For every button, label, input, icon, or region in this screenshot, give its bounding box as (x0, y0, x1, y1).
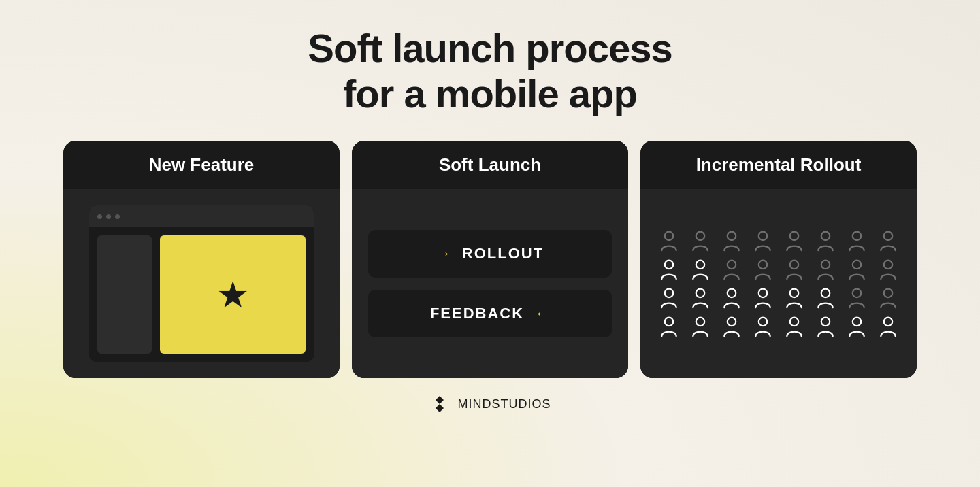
person-icon (751, 316, 775, 337)
feedback-button: FEEDBACK ← (368, 290, 612, 337)
star-icon: ★ (216, 276, 249, 313)
svg-point-4 (790, 232, 798, 240)
svg-point-29 (821, 318, 830, 326)
arrow-right-icon: → (436, 245, 451, 263)
svg-point-2 (728, 232, 736, 240)
person-icon (782, 316, 806, 337)
browser-dot-1 (97, 214, 102, 219)
person-icon (719, 287, 744, 309)
arrow-left-icon: ← (535, 305, 550, 322)
person-icon (657, 230, 681, 252)
rollout-label: ROLLOUT (462, 245, 544, 263)
svg-point-13 (821, 261, 830, 269)
svg-point-6 (853, 232, 861, 240)
person-icon (876, 230, 900, 252)
person-icon (782, 230, 806, 252)
svg-point-9 (696, 261, 704, 269)
person-icon (719, 230, 744, 252)
svg-point-3 (759, 232, 767, 240)
person-icon (813, 316, 838, 337)
person-icon (657, 287, 681, 309)
svg-point-0 (665, 232, 673, 240)
browser-content: ★ (89, 227, 314, 362)
person-icon (751, 287, 775, 309)
brand-name: MINDSTUDIOS (457, 397, 551, 412)
svg-point-31 (884, 318, 892, 326)
person-icon (688, 287, 713, 309)
person-icon (751, 230, 775, 252)
svg-point-11 (759, 261, 767, 269)
svg-point-18 (728, 289, 736, 297)
person-icon (688, 316, 713, 337)
page-title: Soft launch process for a mobile app (308, 26, 672, 116)
card-header-incremental-rollout: Incremental Rollout (640, 141, 917, 189)
svg-point-15 (884, 261, 892, 269)
svg-point-16 (665, 289, 673, 297)
brand-logo-icon (429, 393, 451, 415)
person-icon (813, 287, 838, 309)
card-header-label-soft-launch: Soft Launch (439, 154, 541, 175)
card-header-soft-launch: Soft Launch (352, 141, 628, 189)
person-icon (688, 230, 713, 252)
person-icon (719, 316, 744, 337)
svg-point-28 (790, 318, 798, 326)
svg-point-25 (696, 318, 704, 326)
brand-footer: MINDSTUDIOS (429, 393, 551, 415)
card-new-feature: New Feature ★ (63, 141, 340, 378)
svg-point-12 (790, 261, 798, 269)
svg-point-7 (884, 232, 892, 240)
svg-point-22 (853, 289, 861, 297)
svg-point-10 (728, 261, 736, 269)
svg-point-27 (759, 318, 767, 326)
rollout-grid (657, 230, 900, 337)
card-header-new-feature: New Feature (63, 141, 340, 189)
person-icon (657, 258, 681, 280)
browser-sidebar (97, 235, 152, 354)
card-header-label-new-feature: New Feature (149, 154, 255, 175)
person-icon (782, 258, 806, 280)
svg-point-19 (759, 289, 767, 297)
card-body-new-feature: ★ (63, 189, 340, 378)
svg-point-20 (790, 289, 798, 297)
person-icon (876, 287, 900, 309)
svg-point-30 (853, 318, 861, 326)
svg-point-21 (821, 289, 830, 297)
person-icon (845, 258, 869, 280)
card-soft-launch: Soft Launch → ROLLOUT FEEDBACK ← (352, 141, 628, 378)
card-body-soft-launch: → ROLLOUT FEEDBACK ← (352, 189, 628, 378)
person-icon (876, 258, 900, 280)
person-icon (719, 258, 744, 280)
person-icon (813, 230, 838, 252)
svg-point-24 (665, 318, 673, 326)
person-icon (845, 287, 869, 309)
soft-launch-buttons: → ROLLOUT FEEDBACK ← (368, 230, 612, 337)
person-icon (876, 316, 900, 337)
person-icon (751, 258, 775, 280)
feedback-label: FEEDBACK (430, 305, 524, 322)
svg-point-23 (884, 289, 892, 297)
card-body-incremental-rollout (640, 189, 917, 378)
card-header-label-incremental-rollout: Incremental Rollout (696, 154, 862, 175)
svg-point-1 (696, 232, 704, 240)
browser-mockup: ★ (89, 205, 314, 362)
svg-point-5 (821, 232, 830, 240)
rollout-button: → ROLLOUT (368, 230, 612, 278)
person-icon (845, 230, 869, 252)
card-incremental-rollout: Incremental Rollout (640, 141, 917, 378)
browser-bar (89, 205, 314, 227)
svg-point-14 (853, 261, 861, 269)
svg-point-17 (696, 289, 704, 297)
browser-dot-3 (115, 214, 120, 219)
person-icon (782, 287, 806, 309)
person-icon (657, 316, 681, 337)
svg-point-8 (665, 261, 673, 269)
svg-point-26 (728, 318, 736, 326)
person-icon (813, 258, 838, 280)
cards-row: New Feature ★ Soft Launch (48, 141, 932, 378)
browser-dot-2 (106, 214, 111, 219)
person-icon (845, 316, 869, 337)
person-icon (688, 258, 713, 280)
browser-main: ★ (160, 235, 306, 354)
